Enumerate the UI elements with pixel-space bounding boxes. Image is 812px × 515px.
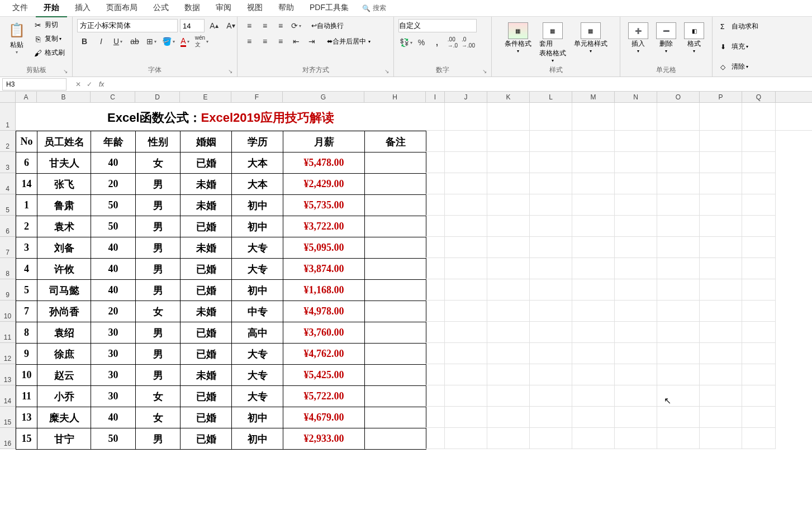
insert-cells-button[interactable]: ➕插入▾ bbox=[628, 22, 648, 54]
cell-no[interactable]: 2 bbox=[16, 216, 37, 237]
empty-cell[interactable] bbox=[530, 173, 572, 194]
empty-cell[interactable] bbox=[530, 279, 572, 300]
col-header-O[interactable]: O bbox=[657, 92, 700, 102]
col-header-L[interactable]: L bbox=[530, 92, 572, 102]
cell-edu[interactable]: 初中 bbox=[232, 195, 283, 216]
cell-name[interactable]: 糜夫人 bbox=[37, 407, 91, 428]
number-launcher[interactable]: ↘ bbox=[482, 68, 487, 74]
empty-cell[interactable] bbox=[742, 385, 776, 406]
empty-cell[interactable] bbox=[426, 301, 445, 321]
cell-salary[interactable]: ¥5,095.00 bbox=[283, 237, 365, 259]
empty-cell[interactable] bbox=[487, 322, 530, 342]
empty-cell[interactable] bbox=[445, 364, 487, 385]
font-color-button[interactable]: A bbox=[178, 35, 192, 48]
cell-marital[interactable]: 已婚 bbox=[181, 428, 232, 450]
cell-remark[interactable] bbox=[365, 386, 426, 407]
menu-开始[interactable]: 开始 bbox=[36, 0, 67, 17]
cell-remark[interactable] bbox=[365, 344, 426, 365]
cell-salary[interactable]: ¥4,679.00 bbox=[283, 407, 365, 428]
empty-cell[interactable] bbox=[615, 173, 657, 194]
empty-cell[interactable] bbox=[445, 216, 487, 236]
cell-marital[interactable]: 已婚 bbox=[181, 280, 232, 301]
cell-salary[interactable]: ¥1,168.00 bbox=[283, 280, 365, 301]
empty-cell[interactable] bbox=[700, 322, 742, 342]
col-header-N[interactable]: N bbox=[615, 92, 657, 102]
cell-no[interactable]: 5 bbox=[16, 280, 37, 301]
decrease-decimal-button[interactable]: .0→.00 bbox=[461, 36, 476, 49]
row-header-10[interactable]: 10 bbox=[0, 301, 15, 322]
col-header-E[interactable]: E bbox=[180, 92, 231, 102]
empty-cell[interactable] bbox=[530, 385, 572, 406]
clear-button[interactable]: ◇清除▾ bbox=[718, 60, 806, 73]
empty-cell[interactable] bbox=[426, 407, 445, 427]
empty-cell[interactable] bbox=[657, 194, 700, 215]
empty-cell[interactable] bbox=[487, 364, 530, 385]
row-header-15[interactable]: 15 bbox=[0, 407, 15, 428]
empty-cell[interactable] bbox=[530, 131, 572, 151]
empty-cell[interactable] bbox=[487, 216, 530, 236]
cell-remark[interactable] bbox=[365, 280, 426, 301]
empty-cell[interactable] bbox=[530, 428, 572, 449]
empty-cell[interactable] bbox=[426, 428, 445, 449]
cell-age[interactable]: 30 bbox=[91, 386, 136, 407]
empty-cell[interactable] bbox=[530, 322, 572, 342]
cell-age[interactable]: 30 bbox=[91, 365, 136, 386]
menu-插入[interactable]: 插入 bbox=[67, 0, 98, 17]
empty-cell[interactable] bbox=[487, 237, 530, 258]
cell-marital[interactable]: 已婚 bbox=[181, 344, 232, 365]
cell-age[interactable]: 50 bbox=[91, 428, 136, 450]
empty-cell[interactable] bbox=[742, 173, 776, 194]
cell-gender[interactable]: 女 bbox=[136, 386, 181, 407]
empty-cell[interactable] bbox=[445, 173, 487, 194]
cell-styles-button[interactable]: ▦ 单元格样式▾ bbox=[574, 22, 607, 54]
col-header-I[interactable]: I bbox=[426, 92, 445, 102]
empty-cell[interactable] bbox=[426, 237, 445, 258]
empty-cell[interactable] bbox=[657, 364, 700, 385]
row-header-16[interactable]: 16 bbox=[0, 428, 15, 449]
empty-cell[interactable] bbox=[572, 216, 615, 236]
row-header-3[interactable]: 3 bbox=[0, 152, 15, 173]
cell-edu[interactable]: 大专 bbox=[232, 344, 283, 365]
empty-cell[interactable] bbox=[700, 385, 742, 406]
cell-edu[interactable]: 初中 bbox=[232, 428, 283, 450]
cell-edu[interactable]: 大专 bbox=[232, 386, 283, 407]
empty-cell[interactable] bbox=[700, 216, 742, 236]
cell-salary[interactable]: ¥5,478.00 bbox=[283, 152, 365, 174]
cell-name[interactable]: 刘备 bbox=[37, 237, 91, 259]
empty-cell[interactable] bbox=[742, 343, 776, 364]
confirm-formula-button[interactable]: ✓ bbox=[87, 80, 92, 88]
bold-button[interactable]: B bbox=[77, 35, 92, 48]
wrap-text-button[interactable]: ↩自动换行 bbox=[311, 21, 344, 31]
cell-edu[interactable]: 大专 bbox=[232, 365, 283, 386]
col-header-B[interactable]: B bbox=[37, 92, 91, 102]
cell-gender[interactable]: 男 bbox=[136, 237, 181, 259]
empty-cell[interactable] bbox=[615, 407, 657, 427]
cell-remark[interactable] bbox=[365, 237, 426, 259]
empty-cell[interactable] bbox=[657, 428, 700, 449]
row-header-5[interactable]: 5 bbox=[0, 194, 15, 216]
empty-cell[interactable] bbox=[657, 131, 700, 151]
cell-remark[interactable] bbox=[365, 365, 426, 386]
cell-salary[interactable]: ¥2,429.00 bbox=[283, 174, 365, 195]
empty-cell[interactable] bbox=[742, 407, 776, 427]
name-box[interactable] bbox=[2, 78, 67, 90]
cell-name[interactable]: 袁术 bbox=[37, 216, 91, 237]
row-header-14[interactable]: 14 bbox=[0, 385, 15, 407]
empty-cell[interactable] bbox=[657, 301, 700, 321]
align-center-button[interactable]: ≡ bbox=[258, 35, 272, 48]
empty-cell[interactable] bbox=[742, 301, 776, 321]
cell-salary[interactable]: ¥3,874.00 bbox=[283, 259, 365, 280]
select-all-corner[interactable] bbox=[0, 92, 16, 103]
cell-salary[interactable]: ¥3,722.00 bbox=[283, 216, 365, 237]
menu-帮助[interactable]: 帮助 bbox=[270, 0, 302, 17]
increase-font-button[interactable]: A▴ bbox=[207, 19, 221, 32]
empty-cell[interactable] bbox=[530, 407, 572, 427]
format-cells-button[interactable]: ◧格式▾ bbox=[684, 22, 704, 54]
empty-cell[interactable] bbox=[615, 279, 657, 300]
increase-decimal-button[interactable]: .00→.0 bbox=[445, 36, 460, 49]
empty-cell[interactable] bbox=[572, 428, 615, 449]
empty-cell[interactable] bbox=[700, 428, 742, 449]
empty-cell[interactable] bbox=[615, 152, 657, 173]
cell-salary[interactable]: ¥4,978.00 bbox=[283, 301, 365, 322]
empty-cell[interactable] bbox=[487, 194, 530, 215]
